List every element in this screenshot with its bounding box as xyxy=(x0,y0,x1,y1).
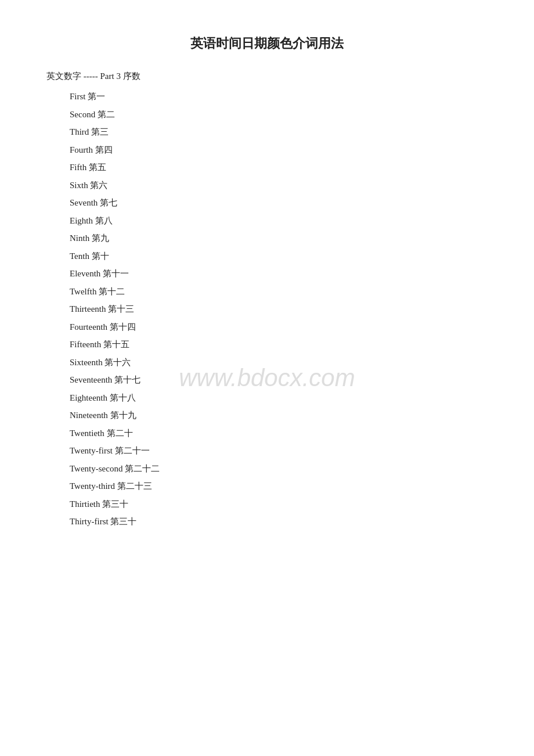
list-item: Thirty-first 第三十 xyxy=(70,513,488,531)
section-header: 英文数字 ----- Part 3 序数 xyxy=(46,71,488,82)
list-item: First 第一 xyxy=(70,88,488,106)
list-item: Thirtieth 第三十 xyxy=(70,495,488,513)
list-item: Twenty-third 第二十三 xyxy=(70,477,488,495)
list-item: Third 第三 xyxy=(70,123,488,141)
list-item: Seventh 第七 xyxy=(70,194,488,212)
list-item: Fourth 第四 xyxy=(70,141,488,159)
list-item: Eleventh 第十一 xyxy=(70,265,488,283)
list-item: Fourteenth 第十四 xyxy=(70,318,488,336)
list-item: Fifth 第五 xyxy=(70,159,488,177)
list-item: Twelfth 第十二 xyxy=(70,283,488,301)
list-item: Sixth 第六 xyxy=(70,177,488,195)
list-item: Eighteenth 第十八 xyxy=(70,389,488,407)
list-item: Second 第二 xyxy=(70,106,488,124)
list-item: Thirteenth 第十三 xyxy=(70,300,488,318)
list-item: Tenth 第十 xyxy=(70,247,488,265)
list-item: Twenty-second 第二十二 xyxy=(70,460,488,478)
list-item: Twenty-first 第二十一 xyxy=(70,442,488,460)
list-item: Fifteenth 第十五 xyxy=(70,336,488,354)
ordinal-list: First 第一Second 第二Third 第三Fourth 第四Fifth … xyxy=(70,88,488,531)
page-title: 英语时间日期颜色介词用法 xyxy=(46,35,488,52)
list-item: Eighth 第八 xyxy=(70,212,488,230)
list-item: Seventeenth 第十七 xyxy=(70,371,488,389)
list-item: Sixteenth 第十六 xyxy=(70,354,488,372)
list-item: Ninth 第九 xyxy=(70,229,488,247)
list-item: Twentieth 第二十 xyxy=(70,424,488,442)
list-item: Nineteenth 第十九 xyxy=(70,406,488,424)
